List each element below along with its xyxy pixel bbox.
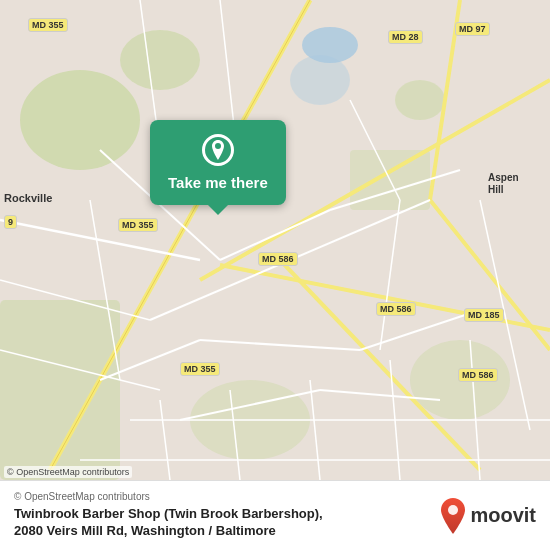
svg-point-2: [120, 30, 200, 90]
road-label-md97: MD 97: [455, 22, 490, 36]
moovit-text: moovit: [470, 504, 536, 527]
svg-point-4: [395, 80, 445, 120]
info-text: © OpenStreetMap contributors Twinbrook B…: [14, 491, 430, 540]
svg-point-43: [448, 505, 458, 515]
osm-credit-map: © OpenStreetMap contributors: [4, 466, 132, 478]
map-container: MD 355 MD 97 MD 28 MD 355 MD 586 MD 586 …: [0, 0, 550, 480]
road-label-md586-far: MD 586: [458, 368, 498, 382]
road-label-md185: MD 185: [464, 308, 504, 322]
road-label-md355-top: MD 355: [28, 18, 68, 32]
road-label-md355-mid: MD 355: [118, 218, 158, 232]
road-label-md28: MD 28: [388, 30, 423, 44]
svg-point-1: [20, 70, 140, 170]
take-me-there-popup[interactable]: Take me there: [150, 120, 286, 205]
location-pin-icon: [202, 134, 234, 166]
svg-point-9: [302, 27, 358, 63]
copyright-line: © OpenStreetMap contributors: [14, 491, 430, 502]
road-label-md355-bot: MD 355: [180, 362, 220, 376]
road-label-md586-right: MD 586: [376, 302, 416, 316]
svg-point-3: [290, 55, 350, 105]
place-label-aspen-hill: AspenHill: [488, 172, 519, 196]
road-label-route9: 9: [4, 215, 17, 229]
place-name-line2: 2080 Veirs Mill Rd, Washington / Baltimo…: [14, 523, 276, 538]
road-label-md586-mid: MD 586: [258, 252, 298, 266]
info-panel: © OpenStreetMap contributors Twinbrook B…: [0, 480, 550, 550]
place-label-rockville: Rockville: [4, 192, 52, 204]
take-me-there-label: Take me there: [168, 174, 268, 191]
place-name: Twinbrook Barber Shop (Twin Brook Barber…: [14, 506, 430, 540]
moovit-logo: moovit: [440, 498, 536, 534]
moovit-pin-icon: [440, 498, 466, 534]
place-name-line1: Twinbrook Barber Shop (Twin Brook Barber…: [14, 506, 323, 521]
